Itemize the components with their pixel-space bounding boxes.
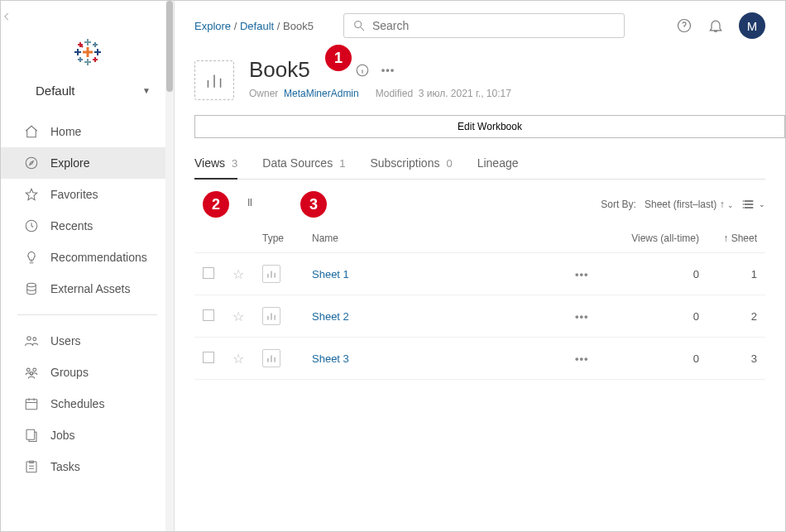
nav-label: Home [50, 125, 81, 138]
tab-data-sources[interactable]: Data Sources 1 [262, 156, 345, 179]
nav-favorites[interactable]: Favorites [1, 179, 174, 210]
sort-by-label: Sort By: [601, 199, 636, 210]
workbook-icon [194, 60, 234, 100]
view-type-icon [262, 307, 280, 325]
breadcrumb-sep: / [277, 20, 283, 32]
user-avatar[interactable]: M [739, 12, 765, 39]
search-icon [352, 19, 366, 32]
select-all-fragment: ll [247, 196, 252, 208]
edit-workbook-button[interactable]: Edit Workbook [194, 115, 785, 138]
col-sheet[interactable]: ↑ Sheet [707, 226, 765, 253]
tab-label: Lineage [477, 156, 519, 170]
favorite-star-icon[interactable]: ☆ [232, 352, 244, 366]
row-checkbox[interactable] [203, 309, 214, 321]
owner-link[interactable]: MetaMinerAdmin [284, 88, 359, 99]
row-views: 0 [600, 253, 707, 295]
breadcrumb: Explore / Default / Book5 [194, 20, 314, 32]
svg-rect-28 [26, 429, 35, 439]
more-actions-button[interactable]: ••• [381, 64, 395, 76]
svg-point-33 [743, 200, 744, 201]
view-name-link[interactable]: Sheet 2 [312, 310, 349, 323]
table-row[interactable]: ☆ Sheet 1 ••• 0 1 [194, 253, 765, 295]
breadcrumb-sep: / [234, 20, 240, 32]
sidebar-scrollbar[interactable] [165, 1, 174, 531]
toolbar: ll 2 3 Sort By: Sheet (first–last) ↑ ⌄ ⌄ [175, 180, 785, 226]
nav-label: Users [50, 334, 81, 347]
tab-lineage[interactable]: Lineage [477, 156, 519, 179]
nav-jobs[interactable]: Jobs [1, 419, 174, 451]
svg-point-25 [33, 368, 36, 371]
nav-label: Tasks [50, 460, 80, 473]
breadcrumb-project[interactable]: Default [240, 20, 274, 32]
chevron-down-icon: ⌄ [759, 200, 765, 208]
svg-point-22 [27, 337, 31, 341]
nav-groups[interactable]: Groups [1, 357, 174, 388]
notifications-icon[interactable] [707, 17, 724, 34]
nav-label: External Assets [50, 282, 131, 295]
nav-recommendations[interactable]: Recommendations [1, 242, 174, 273]
col-type[interactable]: Type [254, 226, 304, 253]
favorite-star-icon[interactable]: ☆ [232, 309, 244, 324]
favorite-star-icon[interactable]: ☆ [232, 267, 244, 281]
modified-value: 3 июл. 2021 г., 10:17 [419, 88, 511, 99]
breadcrumb-current: Book5 [283, 20, 314, 32]
sort-by-dropdown[interactable]: Sheet (first–last) ↑ ⌄ [645, 199, 734, 210]
annotation-2: 2 [203, 191, 229, 218]
collapse-sidebar-button[interactable] [1, 1, 174, 22]
info-icon[interactable] [355, 63, 370, 78]
groups-icon [24, 365, 39, 380]
row-actions-button[interactable]: ••• [575, 352, 589, 365]
tab-label: Data Sources [262, 156, 333, 170]
table-row[interactable]: ☆ Sheet 3 ••• 0 3 [194, 338, 765, 380]
nav-external-assets[interactable]: External Assets [1, 273, 174, 304]
tab-count: 3 [232, 157, 237, 170]
tab-count: 0 [446, 157, 452, 170]
svg-point-21 [27, 283, 36, 287]
row-actions-button[interactable]: ••• [575, 268, 589, 280]
avatar-initial: M [747, 19, 758, 33]
workbook-title: Book5 [249, 57, 310, 83]
view-name-link[interactable]: Sheet 1 [312, 268, 349, 280]
caret-down-icon: ▼ [142, 86, 151, 95]
tab-label: Views [194, 156, 225, 170]
row-checkbox[interactable] [203, 352, 214, 363]
site-selector[interactable]: Default ▼ [1, 75, 174, 116]
svg-rect-27 [26, 400, 37, 410]
scrollbar-thumb[interactable] [166, 1, 173, 92]
nav-label: Schedules [50, 397, 104, 410]
tab-subscriptions[interactable]: Subscriptions 0 [370, 156, 452, 179]
owner-label: Owner [249, 88, 278, 99]
row-views: 0 [600, 338, 707, 380]
view-mode-toggle[interactable]: ⌄ [742, 198, 765, 211]
jobs-icon [24, 428, 39, 443]
view-name-link[interactable]: Sheet 3 [312, 352, 349, 365]
tab-views[interactable]: Views 3 [194, 156, 237, 180]
views-table: Type Name Views (all-time) ↑ Sheet ☆ She… [194, 226, 765, 380]
table-row[interactable]: ☆ Sheet 2 ••• 0 2 [194, 295, 765, 338]
col-views[interactable]: Views (all-time) [600, 226, 707, 253]
nav-schedules[interactable]: Schedules [1, 388, 174, 419]
nav-recents[interactable]: Recents [1, 210, 174, 242]
row-sheet: 1 [707, 253, 765, 295]
svg-point-19 [26, 157, 37, 169]
content: Type Name Views (all-time) ↑ Sheet ☆ She… [175, 226, 785, 380]
nav-explore[interactable]: Explore [1, 147, 174, 179]
nav-tasks[interactable]: Tasks [1, 451, 174, 482]
svg-point-24 [26, 368, 30, 371]
nav-users[interactable]: Users [1, 325, 174, 357]
search-input[interactable] [372, 19, 616, 32]
row-actions-button[interactable]: ••• [575, 310, 589, 323]
nav-label: Explore [50, 156, 89, 170]
search-box[interactable] [343, 13, 625, 38]
tasks-icon [24, 459, 39, 474]
site-name: Default [36, 84, 75, 98]
main: Explore / Default / Book5 M [175, 1, 785, 531]
help-icon[interactable] [676, 17, 693, 34]
nav-home[interactable]: Home [1, 116, 174, 147]
col-name[interactable]: Name [304, 226, 567, 253]
svg-point-30 [355, 22, 362, 28]
svg-point-23 [33, 338, 36, 341]
row-checkbox[interactable] [203, 267, 214, 279]
compass-icon [24, 156, 39, 170]
breadcrumb-explore[interactable]: Explore [194, 20, 231, 32]
